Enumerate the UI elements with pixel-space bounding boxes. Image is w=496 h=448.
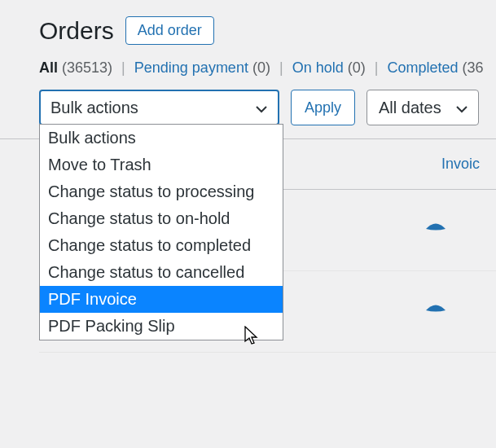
bulk-option[interactable]: Change status to completed [40,232,283,259]
status-filter-links: All (36513) | Pending payment (0) | On h… [39,59,496,77]
column-header-invoice[interactable]: Invoic [441,156,480,173]
eye-icon[interactable] [424,303,447,321]
bulk-option[interactable]: PDF Packing Slip [40,313,283,340]
bulk-option[interactable]: Change status to processing [40,178,283,205]
eye-icon[interactable] [424,222,447,239]
filter-pending[interactable]: Pending payment [134,59,248,76]
date-filter-value: All dates [379,99,441,117]
bulk-option[interactable]: Change status to on-hold [40,205,283,232]
bulk-option[interactable]: Change status to cancelled [40,259,283,286]
bulk-actions-value: Bulk actions [50,99,138,117]
filter-all-count: (36513) [62,59,112,76]
chevron-down-icon [455,101,468,114]
chevron-down-icon [255,101,268,114]
date-filter-select[interactable]: All dates [367,90,479,125]
filter-completed-count: (36 [462,59,483,76]
page-title: Orders [39,17,114,45]
filter-onhold-count: (0) [348,59,366,76]
bulk-option[interactable]: PDF Invoice [40,286,283,313]
svg-point-1 [433,305,437,310]
apply-button[interactable]: Apply [291,90,355,125]
add-order-button[interactable]: Add order [125,16,214,45]
filter-onhold[interactable]: On hold [292,59,344,76]
filter-pending-count: (0) [252,59,270,76]
filter-completed[interactable]: Completed [387,59,458,76]
bulk-actions-select[interactable]: Bulk actions [39,90,279,125]
bulk-actions-dropdown: Bulk actionsMove to TrashChange status t… [39,124,283,340]
svg-point-0 [433,224,437,228]
bulk-option[interactable]: Bulk actions [40,125,283,152]
filter-all[interactable]: All [39,59,58,76]
bulk-option[interactable]: Move to Trash [40,152,283,178]
